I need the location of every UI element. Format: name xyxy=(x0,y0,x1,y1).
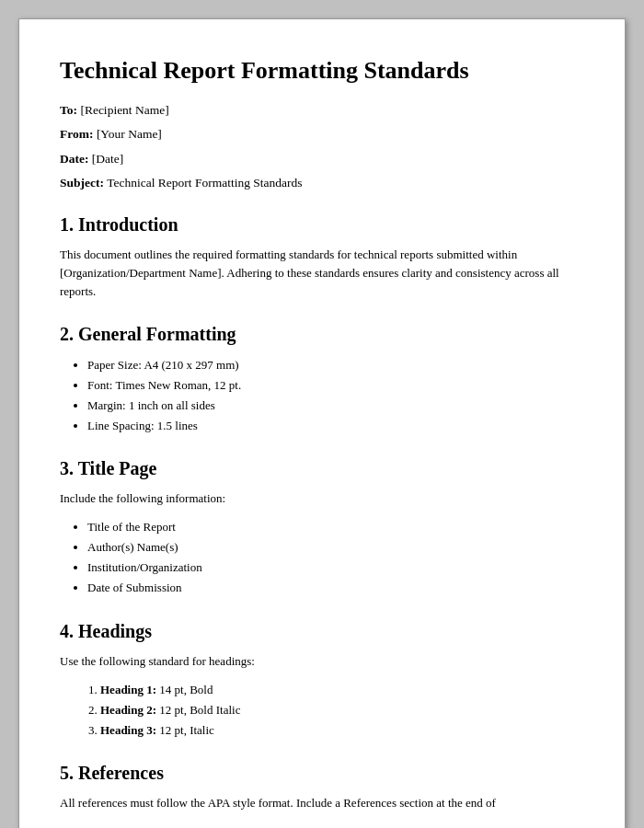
document-page: Technical Report Formatting Standards To… xyxy=(18,18,626,828)
list-item: Title of the Report xyxy=(87,517,584,537)
list-item: Author(s) Name(s) xyxy=(87,537,584,558)
heading-level-1-label: Heading 1: xyxy=(100,683,156,696)
heading-level-2-label: Heading 2: xyxy=(100,703,156,717)
list-item: Heading 3: 12 pt, Italic xyxy=(100,720,584,741)
meta-subject: Subject: Technical Report Formatting Sta… xyxy=(60,174,584,192)
list-item: Heading 2: 12 pt, Bold Italic xyxy=(100,700,584,720)
list-item: Institution/Organization xyxy=(87,558,584,578)
section-1-body: This document outlines the required form… xyxy=(60,246,584,301)
meta-date-value: [Date] xyxy=(92,152,123,166)
meta-to-label: To: xyxy=(60,103,77,117)
document-title: Technical Report Formatting Standards xyxy=(60,56,584,85)
heading-level-3-label: Heading 3: xyxy=(100,723,156,737)
section-5-heading: 5. References xyxy=(60,761,584,785)
section-1-heading: 1. Introduction xyxy=(60,213,584,236)
meta-to-value: [Recipient Name] xyxy=(80,103,168,117)
section-4-heading: 4. Headings xyxy=(60,619,584,643)
section-2-list: Paper Size: A4 (210 x 297 mm) Font: Time… xyxy=(60,355,584,436)
meta-from-label: From: xyxy=(60,127,94,141)
list-item: Font: Times New Roman, 12 pt. xyxy=(87,375,584,396)
section-3-heading: 3. Title Page xyxy=(60,456,584,480)
meta-subject-label: Subject: xyxy=(60,176,104,190)
section-2-heading: 2. General Formatting xyxy=(60,322,584,346)
list-item: Paper Size: A4 (210 x 297 mm) xyxy=(87,355,584,375)
meta-date: Date: [Date] xyxy=(60,150,584,168)
section-5-body: All references must follow the APA style… xyxy=(60,794,584,812)
section-3-list: Title of the Report Author(s) Name(s) In… xyxy=(60,517,584,598)
meta-subject-value: Technical Report Formatting Standards xyxy=(107,176,302,190)
meta-to: To: [Recipient Name] xyxy=(60,101,584,120)
section-3-intro: Include the following information: xyxy=(60,489,584,508)
section-4-list: Heading 1: 14 pt, Bold Heading 2: 12 pt,… xyxy=(60,680,584,741)
list-item: Date of Submission xyxy=(87,578,584,598)
list-item: Line Spacing: 1.5 lines xyxy=(87,416,584,436)
list-item: Heading 1: 14 pt, Bold xyxy=(100,680,584,700)
meta-from: From: [Your Name] xyxy=(60,125,584,144)
list-item: Margin: 1 inch on all sides xyxy=(87,396,584,416)
meta-from-value: [Your Name] xyxy=(97,127,162,141)
section-4-intro: Use the following standard for headings: xyxy=(60,652,584,671)
meta-section: To: [Recipient Name] From: [Your Name] D… xyxy=(60,101,584,192)
meta-date-label: Date: xyxy=(60,152,88,166)
